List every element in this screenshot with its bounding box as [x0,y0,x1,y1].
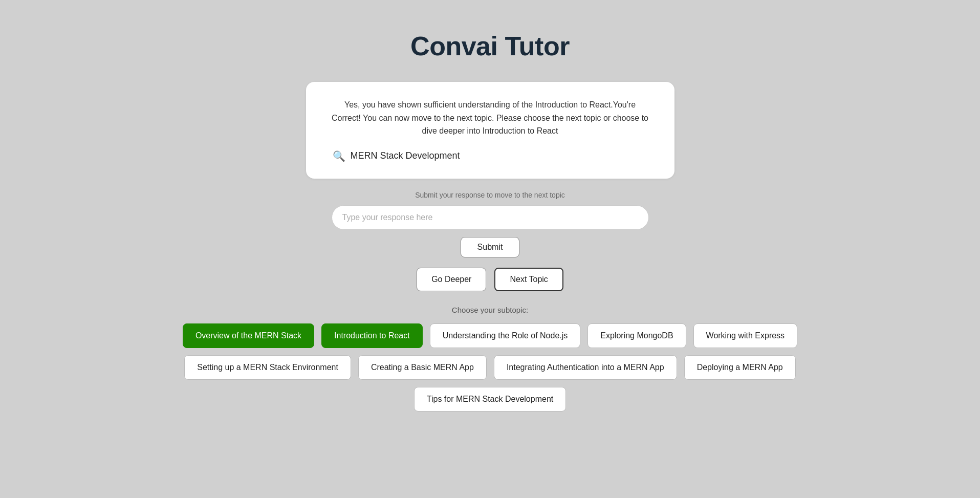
subtopic-btn-deploying[interactable]: Deploying a MERN App [684,355,796,380]
response-input[interactable] [332,205,649,230]
subtopic-label: Choose your subtopic: [452,306,528,314]
subtopic-btn-auth[interactable]: Integrating Authentication into a MERN A… [494,355,677,380]
subtopic-btn-setup-env[interactable]: Setting up a MERN Stack Environment [184,355,351,380]
subtopic-btn-tips[interactable]: Tips for MERN Stack Development [414,387,566,412]
subtopic-btn-overview-mern[interactable]: Overview of the MERN Stack [183,323,314,348]
page-wrapper: Convai Tutor Yes, you have shown suffici… [0,0,980,432]
message-text: Yes, you have shown sufficient understan… [331,98,650,138]
submit-hint: Submit your response to move to the next… [415,191,565,199]
search-icon: 🔍 [333,150,345,162]
search-value: MERN Stack Development [351,150,460,161]
action-buttons: Go Deeper Next Topic [417,268,563,291]
next-topic-button[interactable]: Next Topic [494,268,563,291]
go-deeper-button[interactable]: Go Deeper [417,268,486,291]
message-card: Yes, you have shown sufficient understan… [306,82,674,179]
subtopic-btn-intro-react[interactable]: Introduction to React [321,323,423,348]
submit-button[interactable]: Submit [461,237,520,257]
page-title: Convai Tutor [410,31,570,61]
subtopic-grid: Overview of the MERN StackIntroduction t… [158,323,823,412]
subtopic-btn-basic-app[interactable]: Creating a Basic MERN App [358,355,487,380]
subtopic-btn-nodejs-role[interactable]: Understanding the Role of Node.js [430,323,581,348]
search-row: 🔍 MERN Stack Development [331,150,650,162]
subtopic-btn-express[interactable]: Working with Express [693,323,798,348]
subtopic-btn-mongodb[interactable]: Exploring MongoDB [587,323,686,348]
